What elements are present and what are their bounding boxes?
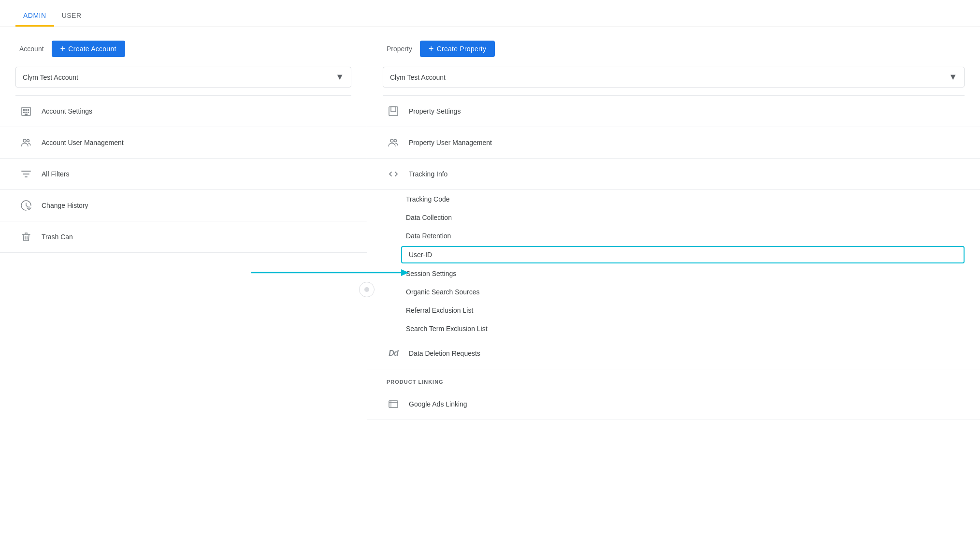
organic-search-sources-item[interactable]: Organic Search Sources bbox=[367, 283, 980, 301]
create-property-button[interactable]: + Create Property bbox=[420, 41, 495, 57]
property-user-management-label: Property User Management bbox=[409, 139, 492, 146]
user-id-item[interactable]: User-ID bbox=[401, 246, 965, 263]
svg-rect-16 bbox=[389, 401, 398, 407]
all-filters-label: All Filters bbox=[42, 170, 70, 178]
data-deletion-label: Data Deletion Requests bbox=[409, 349, 480, 357]
account-dropdown[interactable]: Clym Test Account ▼ bbox=[15, 67, 351, 87]
create-property-label: Create Property bbox=[437, 45, 487, 53]
building-icon bbox=[19, 104, 33, 118]
property-label: Property bbox=[387, 45, 412, 53]
filter-icon bbox=[19, 167, 33, 181]
svg-rect-3 bbox=[28, 109, 29, 111]
session-settings-item[interactable]: Session Settings bbox=[367, 264, 980, 283]
svg-point-8 bbox=[23, 139, 26, 142]
trash-icon bbox=[19, 230, 33, 244]
all-filters-item[interactable]: All Filters bbox=[0, 159, 367, 190]
users-icon bbox=[19, 136, 33, 149]
tab-user[interactable]: USER bbox=[54, 4, 89, 27]
account-settings-label: Account Settings bbox=[42, 107, 92, 115]
property-dropdown-value: Clym Test Account bbox=[390, 73, 446, 81]
svg-rect-4 bbox=[23, 112, 25, 113]
property-settings-label: Property Settings bbox=[409, 107, 461, 115]
product-linking-header: PRODUCT LINKING bbox=[367, 369, 980, 389]
create-property-plus-icon: + bbox=[429, 44, 434, 53]
search-term-exclusion-list-label: Search Term Exclusion List bbox=[406, 325, 488, 333]
svg-rect-2 bbox=[26, 109, 27, 111]
chevron-down-icon-right: ▼ bbox=[949, 72, 957, 82]
google-ads-linking-item[interactable]: Google Ads Linking bbox=[367, 389, 980, 420]
svg-rect-5 bbox=[26, 112, 27, 113]
search-term-exclusion-list-item[interactable]: Search Term Exclusion List bbox=[367, 320, 980, 338]
data-deletion-item[interactable]: Dd Data Deletion Requests bbox=[367, 338, 980, 369]
account-label: Account bbox=[19, 45, 44, 53]
center-divider-dot bbox=[359, 282, 375, 297]
account-dropdown-value: Clym Test Account bbox=[23, 73, 78, 81]
change-history-item[interactable]: Change History bbox=[0, 190, 367, 221]
tracking-code-item[interactable]: Tracking Code bbox=[367, 190, 980, 208]
top-nav: ADMIN USER bbox=[0, 0, 980, 27]
chevron-down-icon: ▼ bbox=[335, 72, 344, 82]
user-id-label: User-ID bbox=[409, 251, 432, 259]
account-user-management-item[interactable]: Account User Management bbox=[0, 127, 367, 159]
referral-exclusion-list-item[interactable]: Referral Exclusion List bbox=[367, 301, 980, 320]
google-ads-linking-label: Google Ads Linking bbox=[409, 400, 467, 408]
data-collection-label: Data Collection bbox=[406, 214, 452, 221]
svg-point-14 bbox=[390, 139, 393, 142]
svg-point-9 bbox=[27, 140, 29, 142]
tracking-info-item[interactable]: Tracking Info bbox=[367, 159, 980, 190]
left-panel: Account + Create Account Clym Test Accou… bbox=[0, 27, 367, 552]
data-retention-label: Data Retention bbox=[406, 232, 451, 240]
tracking-info-label: Tracking Info bbox=[409, 170, 447, 178]
left-panel-header: Account + Create Account bbox=[0, 27, 367, 67]
trash-can-item[interactable]: Trash Can bbox=[0, 221, 367, 253]
svg-rect-12 bbox=[389, 107, 398, 116]
code-icon bbox=[387, 167, 400, 181]
referral-exclusion-list-label: Referral Exclusion List bbox=[406, 306, 473, 314]
ads-icon bbox=[387, 397, 400, 411]
create-account-plus-icon: + bbox=[60, 44, 66, 53]
change-history-label: Change History bbox=[42, 202, 88, 209]
session-settings-label: Session Settings bbox=[406, 270, 456, 277]
data-retention-item[interactable]: Data Retention bbox=[367, 227, 980, 245]
svg-point-15 bbox=[394, 140, 397, 142]
svg-rect-1 bbox=[23, 109, 25, 111]
property-dropdown[interactable]: Clym Test Account ▼ bbox=[383, 67, 965, 87]
right-panel-header: Property + Create Property bbox=[367, 27, 980, 67]
create-account-button[interactable]: + Create Account bbox=[52, 41, 125, 57]
property-icon bbox=[387, 104, 400, 118]
account-settings-item[interactable]: Account Settings bbox=[0, 96, 367, 127]
account-user-management-label: Account User Management bbox=[42, 139, 124, 146]
main-content: Account + Create Account Clym Test Accou… bbox=[0, 27, 980, 552]
tab-admin[interactable]: ADMIN bbox=[15, 4, 54, 27]
data-collection-item[interactable]: Data Collection bbox=[367, 208, 980, 227]
dd-icon: Dd bbox=[387, 347, 400, 360]
right-panel: Property + Create Property Clym Test Acc… bbox=[367, 27, 980, 552]
organic-search-sources-label: Organic Search Sources bbox=[406, 288, 480, 296]
svg-rect-6 bbox=[28, 112, 29, 113]
tracking-code-label: Tracking Code bbox=[406, 195, 450, 203]
trash-can-label: Trash Can bbox=[42, 233, 73, 241]
property-user-management-item[interactable]: Property User Management bbox=[367, 127, 980, 159]
svg-rect-7 bbox=[25, 114, 28, 116]
svg-rect-13 bbox=[391, 107, 396, 112]
property-users-icon bbox=[387, 136, 400, 149]
property-settings-item[interactable]: Property Settings bbox=[367, 96, 980, 127]
history-icon bbox=[19, 199, 33, 212]
create-account-label: Create Account bbox=[68, 45, 116, 53]
